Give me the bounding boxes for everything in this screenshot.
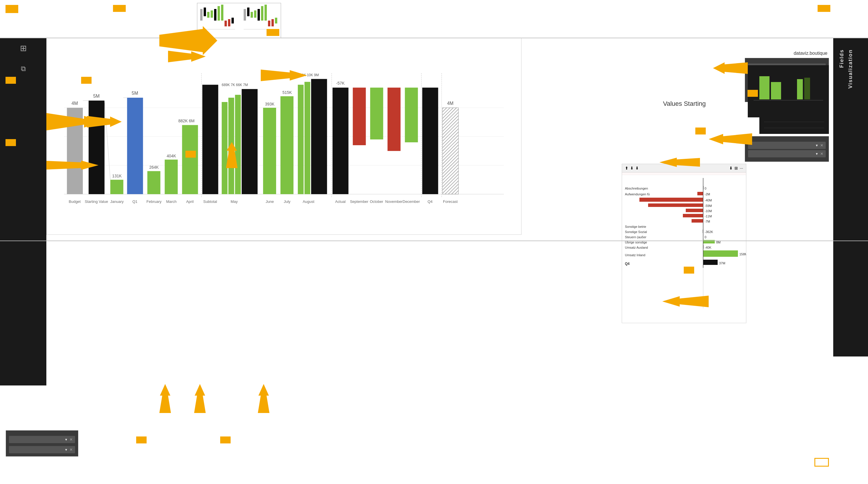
svg-rect-106 bbox=[640, 198, 703, 202]
svg-rect-16 bbox=[265, 5, 267, 21]
svg-text:February: February bbox=[147, 200, 162, 204]
svg-text:Q4: Q4 bbox=[428, 200, 433, 204]
sidebar-icon-grid[interactable]: ⊞ bbox=[0, 38, 46, 59]
svg-rect-44 bbox=[202, 85, 218, 194]
last-bar-callout bbox=[695, 127, 706, 134]
svg-marker-136 bbox=[87, 116, 122, 127]
forecast-icon-down[interactable]: ⬇ bbox=[630, 166, 633, 171]
tooltip-stacked bbox=[760, 116, 829, 134]
svg-marker-143 bbox=[159, 384, 171, 413]
svg-text:Q1: Q1 bbox=[132, 200, 137, 204]
up-to-8-arrow bbox=[154, 384, 188, 413]
forecast-icon-expand[interactable]: ⊞ bbox=[735, 166, 738, 171]
svg-text:Subtotal: Subtotal bbox=[204, 200, 217, 204]
svg-rect-18 bbox=[272, 19, 274, 26]
dataviz-label-top: dataviz.boutique bbox=[794, 51, 828, 56]
svg-rect-17 bbox=[268, 21, 270, 26]
svg-text:August: August bbox=[303, 200, 315, 204]
svg-marker-141 bbox=[226, 142, 238, 168]
forecast-icon-download[interactable]: ⬇ bbox=[729, 166, 733, 171]
svg-rect-5 bbox=[218, 6, 220, 21]
up-to-8-callout bbox=[136, 436, 147, 444]
forecast-pattern-callout bbox=[684, 267, 694, 274]
svg-rect-9 bbox=[231, 18, 234, 24]
start-value-callout bbox=[81, 77, 92, 84]
category-dim-date-month[interactable]: ▾✕ bbox=[748, 142, 826, 149]
svg-rect-60 bbox=[353, 88, 366, 145]
svg-text:October: October bbox=[370, 200, 383, 204]
svg-text:5M: 5M bbox=[93, 94, 100, 98]
svg-text:Actual: Actual bbox=[335, 200, 346, 204]
svg-text:264K: 264K bbox=[149, 165, 159, 170]
svg-rect-38 bbox=[148, 171, 160, 194]
svg-rect-11 bbox=[247, 7, 249, 16]
forecast-icon-more[interactable]: ··· bbox=[740, 166, 743, 171]
limit-outlier-arrow bbox=[220, 142, 255, 168]
forecast-pattern-arrow bbox=[662, 290, 709, 313]
svg-text:393K: 393K bbox=[265, 102, 275, 107]
category-dim-date-quarter[interactable]: ▾✕ bbox=[748, 150, 826, 157]
svg-text:July: July bbox=[284, 200, 290, 204]
svg-marker-142 bbox=[662, 296, 709, 307]
svg-text:689K 7K 66K 7M: 689K 7K 66K 7M bbox=[222, 83, 248, 87]
svg-text:-57K: -57K bbox=[336, 81, 345, 86]
chart-title bbox=[46, 38, 521, 42]
drill-down-arrow bbox=[709, 127, 752, 151]
forecast-icon-down2[interactable]: ⬇ bbox=[636, 166, 639, 171]
svg-text:Forecast: Forecast bbox=[443, 200, 458, 204]
svg-text:Umsatz Inland: Umsatz Inland bbox=[625, 253, 645, 257]
up-to-8-arrow2 bbox=[188, 384, 223, 413]
svg-marker-145 bbox=[258, 384, 270, 413]
svg-rect-114 bbox=[691, 219, 703, 222]
svg-rect-108 bbox=[648, 204, 703, 207]
total-bar-arrow bbox=[261, 64, 307, 87]
tooltip-month-row bbox=[764, 120, 824, 122]
svg-text:May: May bbox=[230, 200, 238, 204]
svg-rect-97 bbox=[804, 78, 810, 99]
svg-marker-140 bbox=[659, 158, 700, 167]
svg-rect-7 bbox=[224, 21, 227, 26]
svg-text:37M: 37M bbox=[719, 262, 725, 265]
values-starting-label: Values Starting bbox=[663, 100, 706, 108]
reference-value-item[interactable]: ▾✕ bbox=[9, 446, 75, 453]
svg-text:-40M: -40M bbox=[705, 199, 712, 202]
chart-subtitle bbox=[46, 42, 521, 45]
forecast-icon-up[interactable]: ⬆ bbox=[625, 166, 628, 171]
svg-rect-50 bbox=[263, 108, 276, 194]
svg-text:March: March bbox=[166, 200, 177, 204]
visualization-label: Visualization bbox=[847, 49, 854, 89]
svg-rect-12 bbox=[251, 12, 253, 18]
svg-rect-0 bbox=[200, 9, 203, 21]
branding-box bbox=[814, 458, 829, 466]
svg-text:Sonstige betrie: Sonstige betrie bbox=[625, 225, 646, 229]
svg-text:882K 6M: 882K 6M bbox=[178, 119, 194, 123]
forecast-trial-notice bbox=[622, 173, 746, 175]
svg-rect-3 bbox=[211, 10, 213, 18]
values-actual-item[interactable]: ▾✕ bbox=[9, 436, 75, 443]
svg-text:-59M: -59M bbox=[705, 204, 712, 208]
title-callout bbox=[5, 5, 18, 13]
svg-rect-34 bbox=[111, 180, 123, 194]
svg-text:Steuern (außer: Steuern (außer bbox=[625, 235, 646, 239]
svg-rect-36 bbox=[127, 98, 143, 194]
svg-rect-61 bbox=[370, 88, 383, 140]
svg-text:-7M: -7M bbox=[705, 220, 710, 223]
svg-text:Aufwendungen fü: Aufwendungen fü bbox=[625, 192, 650, 196]
svg-marker-144 bbox=[194, 384, 206, 413]
small-multiples-callout bbox=[113, 5, 126, 12]
svg-rect-96 bbox=[797, 79, 803, 99]
svg-text:404K: 404K bbox=[166, 154, 176, 158]
svg-text:0: 0 bbox=[705, 187, 706, 190]
sidebar-left: ⊞ ⧉ bbox=[0, 38, 46, 386]
svg-marker-146 bbox=[168, 51, 206, 62]
svg-rect-95 bbox=[771, 82, 781, 99]
stacked-columns-callout bbox=[817, 5, 830, 12]
svg-rect-48 bbox=[242, 89, 257, 194]
svg-marker-147 bbox=[713, 62, 748, 74]
stacked-arrow bbox=[713, 58, 748, 78]
svg-text:Starting Value: Starting Value bbox=[85, 200, 108, 204]
svg-rect-52 bbox=[280, 96, 293, 194]
svg-text:-11M: -11M bbox=[705, 214, 712, 218]
svg-text:Q4: Q4 bbox=[625, 262, 629, 266]
sidebar-icon-layers[interactable]: ⧉ bbox=[0, 59, 46, 79]
